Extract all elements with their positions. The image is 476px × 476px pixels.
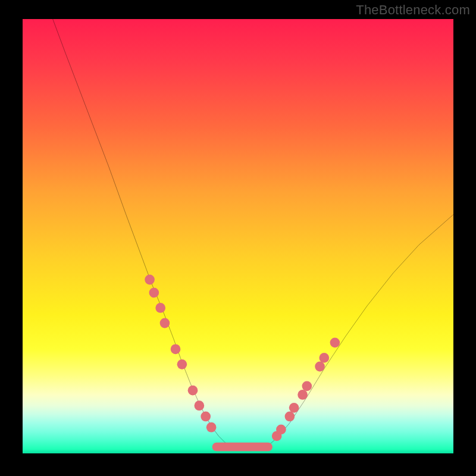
marker-dot — [201, 412, 211, 422]
watermark-label: TheBottleneck.com — [356, 2, 470, 18]
marker-dots — [145, 275, 340, 441]
bottom-segment — [212, 443, 273, 452]
marker-dot — [171, 344, 181, 354]
marker-dot — [285, 412, 295, 422]
curve-svg — [23, 19, 453, 453]
chart-container: TheBottleneck.com — [0, 0, 476, 476]
marker-dot — [188, 386, 198, 396]
marker-dot — [298, 390, 308, 400]
marker-dot — [302, 381, 312, 391]
marker-dot — [315, 362, 325, 372]
marker-dot — [206, 422, 217, 433]
plot-area — [23, 19, 453, 453]
marker-dot — [330, 337, 340, 347]
marker-dot — [177, 359, 187, 369]
marker-dot — [289, 403, 299, 413]
curve-path — [53, 19, 453, 451]
marker-dot — [276, 424, 286, 434]
bottleneck-curve — [53, 19, 453, 451]
bottom-segment-bar — [212, 443, 273, 452]
marker-dot — [160, 318, 170, 328]
marker-dot — [145, 275, 155, 285]
marker-dot — [149, 288, 159, 298]
marker-dot — [195, 400, 205, 411]
marker-dot — [155, 303, 165, 313]
marker-dot — [319, 353, 329, 363]
